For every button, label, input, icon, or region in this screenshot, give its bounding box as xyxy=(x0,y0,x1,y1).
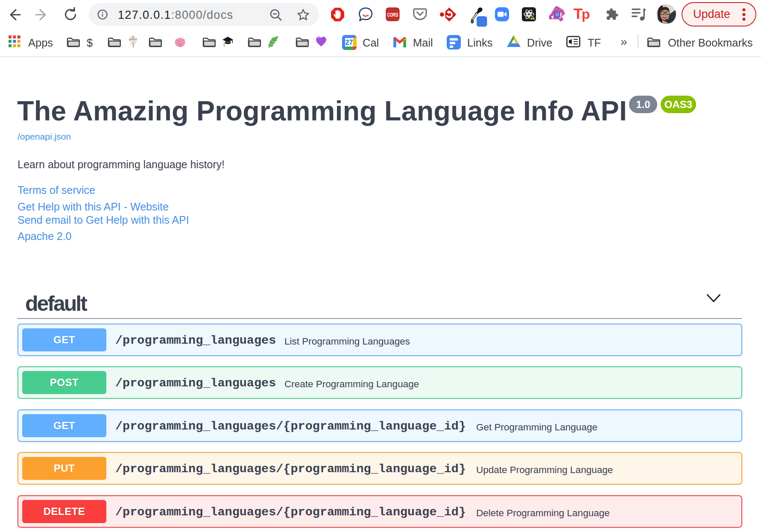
svg-text:CORS: CORS xyxy=(387,12,398,18)
svg-text:27: 27 xyxy=(345,39,353,46)
